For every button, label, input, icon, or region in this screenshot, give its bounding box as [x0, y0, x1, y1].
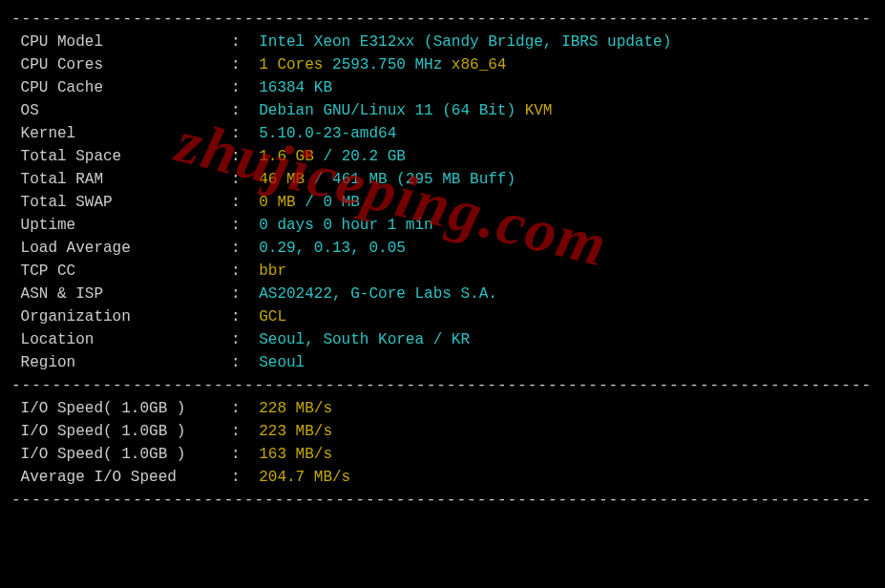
row-label: OS: [11, 99, 231, 122]
info-row: I/O Speed( 1.0GB ) : 163 MB/s: [11, 443, 874, 466]
row-value: 46 MB: [259, 168, 305, 191]
row-colon: :: [231, 122, 249, 145]
row-value: /: [305, 168, 332, 191]
row-value: Seoul, South Korea / KR: [259, 328, 470, 351]
row-value: 223 MB/s: [259, 420, 332, 443]
row-label: CPU Cache: [11, 76, 231, 99]
row-colon: :: [231, 168, 249, 191]
info-row: OS : Debian GNU/Linux 11 (64 Bit) KVM: [11, 99, 874, 122]
row-label: I/O Speed( 1.0GB ): [11, 397, 231, 420]
row-label: I/O Speed( 1.0GB ): [11, 420, 231, 443]
row-value: 1 Cores: [259, 53, 323, 76]
row-colon: :: [231, 305, 249, 328]
row-colon: :: [231, 397, 249, 420]
row-value: 163 MB/s: [259, 443, 332, 466]
info-row: Location : Seoul, South Korea / KR: [11, 328, 874, 351]
row-colon: :: [231, 283, 249, 305]
separator-bottom: ----------------------------------------…: [11, 489, 874, 512]
row-label: Total SWAP: [11, 191, 231, 214]
row-colon: :: [231, 53, 249, 76]
info-row: Region : Seoul: [11, 351, 874, 374]
row-colon: :: [231, 31, 249, 53]
row-colon: :: [231, 443, 249, 466]
row-label: ASN & ISP: [11, 283, 231, 305]
row-colon: :: [231, 99, 249, 122]
row-value: 204.7 MB/s: [259, 466, 350, 489]
row-label: Total RAM: [11, 168, 231, 191]
row-value: 0 days 0 hour 1 min: [259, 214, 432, 237]
row-value: KVM: [516, 99, 552, 122]
io-speed-block: I/O Speed( 1.0GB ) : 228 MB/s I/O Speed(…: [11, 397, 874, 489]
row-colon: :: [231, 76, 249, 99]
row-label: CPU Model: [11, 31, 231, 53]
row-value: GCL: [259, 305, 286, 328]
info-row: Total RAM : 46 MB / 461 MB (295 MB Buff): [11, 168, 874, 191]
info-row: TCP CC : bbr: [11, 260, 874, 283]
row-value: 0 MB: [323, 191, 359, 214]
info-row: I/O Speed( 1.0GB ) : 228 MB/s: [11, 397, 874, 420]
row-value: AS202422, G-Core Labs S.A.: [259, 283, 497, 305]
row-label: TCP CC: [11, 260, 231, 283]
row-value: 1.6 GB: [259, 145, 314, 168]
row-value: 0.29, 0.13, 0.05: [259, 237, 406, 260]
row-colon: :: [231, 145, 249, 168]
row-colon: :: [231, 351, 249, 374]
info-row: Total Space : 1.6 GB / 20.2 GB: [11, 145, 874, 168]
row-label: Uptime: [11, 214, 231, 237]
row-colon: :: [231, 214, 249, 237]
info-row: ASN & ISP : AS202422, G-Core Labs S.A.: [11, 283, 874, 305]
row-colon: :: [231, 466, 249, 489]
terminal-output: ----------------------------------------…: [0, 0, 885, 588]
row-label: CPU Cores: [11, 53, 231, 76]
row-colon: :: [231, 237, 249, 260]
info-row: CPU Model : Intel Xeon E312xx (Sandy Bri…: [11, 31, 874, 53]
row-label: Region: [11, 351, 231, 374]
row-value: /: [314, 145, 342, 168]
info-row: Organization : GCL: [11, 305, 874, 328]
row-label: I/O Speed( 1.0GB ): [11, 443, 231, 466]
row-value: x86_64: [452, 53, 507, 76]
separator-top: ----------------------------------------…: [11, 8, 874, 31]
row-value: Debian GNU/Linux 11 (64 Bit): [259, 99, 516, 122]
row-value: (295 MB Buff): [388, 168, 516, 191]
row-value: 16384 KB: [259, 76, 332, 99]
row-value: Intel Xeon E312xx (Sandy Bridge, IBRS up…: [259, 31, 671, 53]
row-label: Total Space: [11, 145, 231, 168]
row-colon: :: [231, 260, 249, 283]
row-value: 20.2 GB: [342, 145, 406, 168]
info-row: Load Average : 0.29, 0.13, 0.05: [11, 237, 874, 260]
info-row: Average I/O Speed : 204.7 MB/s: [11, 466, 874, 489]
row-value: bbr: [259, 260, 286, 283]
info-row: I/O Speed( 1.0GB ) : 223 MB/s: [11, 420, 874, 443]
row-value: Seoul: [259, 351, 305, 374]
row-value: 5.10.0-23-amd64: [259, 122, 396, 145]
row-colon: :: [231, 191, 249, 214]
row-value: 228 MB/s: [259, 397, 332, 420]
row-label: Location: [11, 328, 231, 351]
row-label: Kernel: [11, 122, 231, 145]
row-value: /: [296, 191, 324, 214]
info-row: Total SWAP : 0 MB / 0 MB: [11, 191, 874, 214]
info-row: Uptime : 0 days 0 hour 1 min: [11, 214, 874, 237]
info-row: CPU Cores : 1 Cores 2593.750 MHz x86_64: [11, 53, 874, 76]
row-colon: :: [231, 420, 249, 443]
info-row: CPU Cache : 16384 KB: [11, 76, 874, 99]
row-label: Load Average: [11, 237, 231, 260]
row-value: 0 MB: [259, 191, 295, 214]
info-row: Kernel : 5.10.0-23-amd64: [11, 122, 874, 145]
row-label: Average I/O Speed: [11, 466, 231, 489]
row-label: Organization: [11, 305, 231, 328]
separator-mid: ----------------------------------------…: [11, 374, 874, 397]
row-value: 461 MB: [332, 168, 388, 191]
row-colon: :: [231, 328, 249, 351]
system-info-block: CPU Model : Intel Xeon E312xx (Sandy Bri…: [11, 31, 874, 374]
row-value: 2593.750 MHz: [323, 53, 451, 76]
